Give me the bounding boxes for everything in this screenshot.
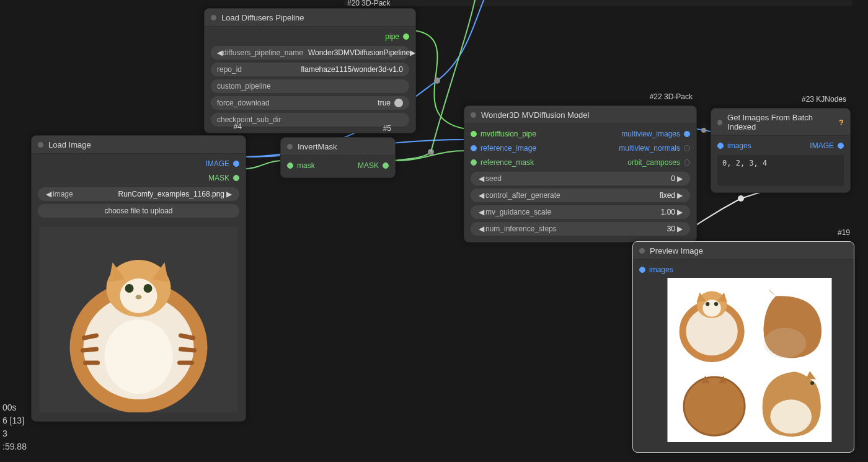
group-3dpack xyxy=(344,0,852,6)
svg-point-14 xyxy=(136,295,142,300)
socket-icon[interactable] xyxy=(684,159,690,166)
chevron-right-icon[interactable]: ▶ xyxy=(675,208,684,216)
slot-label: mask xyxy=(297,161,315,170)
widget-repo-id[interactable]: repo_id flamehaze1115/wonder3d-v1.0 xyxy=(211,63,409,76)
socket-icon[interactable] xyxy=(684,145,690,151)
socket-icon[interactable] xyxy=(639,267,645,273)
socket-icon[interactable] xyxy=(383,162,389,169)
input-mvdiffusion-pipe[interactable]: mvdiffusion_pipe xyxy=(471,128,536,140)
widget-label: force_download xyxy=(217,99,270,107)
socket-icon[interactable] xyxy=(287,162,293,169)
socket-icon[interactable] xyxy=(717,143,724,149)
output-orbit-camposes[interactable]: orbit_camposes xyxy=(619,156,690,168)
svg-line-15 xyxy=(84,335,97,338)
node-header[interactable]: Load Image xyxy=(32,136,246,154)
chevron-right-icon[interactable]: ▶ xyxy=(675,224,684,233)
widget-checkpoint-sub-dir[interactable]: checkpoint_sub_dir xyxy=(211,113,409,127)
node-header[interactable]: Get Images From Batch Indexed ? xyxy=(711,109,850,136)
widget-label: control_after_generate xyxy=(485,191,560,200)
svg-line-19 xyxy=(181,349,195,350)
collapse-dot-icon[interactable] xyxy=(639,248,645,254)
widget-value: Wonder3DMVDiffusionPipeline xyxy=(308,48,410,57)
svg-point-12 xyxy=(125,284,134,293)
node-badge: #19 xyxy=(838,228,850,237)
input-reference-image[interactable]: reference_image xyxy=(471,142,536,154)
node-preview-image[interactable]: #19 Preview Image images xyxy=(632,241,854,453)
slot-label: reference_image xyxy=(480,144,536,153)
widget-force-download[interactable]: force_download true xyxy=(211,96,409,110)
widget-label: image xyxy=(53,190,73,198)
widget-value: 0 xyxy=(507,174,675,183)
node-load-diffusers[interactable]: Load Diffusers Pipeline pipe ◀ diffusers… xyxy=(204,8,416,133)
output-mask[interactable]: MASK xyxy=(205,172,239,184)
socket-icon[interactable] xyxy=(403,33,409,40)
widget-image-file[interactable]: ◀ image RunComfy_examples_1168.png ▶ xyxy=(38,187,239,201)
widget-value: 1.00 xyxy=(556,208,675,216)
node-header[interactable]: Load Diffusers Pipeline xyxy=(205,9,415,27)
svg-point-1 xyxy=(428,149,434,155)
input-reference-mask[interactable]: reference_mask xyxy=(471,156,536,168)
node-title: Preview Image xyxy=(650,246,703,255)
preview-grid xyxy=(664,278,835,445)
node-invert-mask[interactable]: #5 InvertMask mask MASK xyxy=(280,137,396,178)
widget-indexes[interactable]: 0, 2, 3, 4 xyxy=(717,155,844,186)
output-pipe[interactable]: pipe xyxy=(385,30,409,42)
widget-label: seed xyxy=(485,174,502,183)
chevron-left-icon[interactable]: ◀ xyxy=(477,224,485,233)
svg-line-16 xyxy=(83,349,97,350)
collapse-dot-icon[interactable] xyxy=(287,144,293,149)
output-mask[interactable]: MASK xyxy=(358,159,389,171)
widget-custom-pipeline[interactable]: custom_pipeline xyxy=(211,79,409,93)
collapse-dot-icon[interactable] xyxy=(38,142,43,148)
toggle-ball-icon[interactable] xyxy=(394,99,403,107)
socket-icon[interactable] xyxy=(471,145,477,151)
socket-icon[interactable] xyxy=(233,161,239,167)
chevron-left-icon[interactable]: ◀ xyxy=(217,48,223,57)
collapse-dot-icon[interactable] xyxy=(211,15,216,20)
slot-label: images xyxy=(649,265,673,274)
input-images[interactable]: images xyxy=(717,140,751,151)
socket-icon[interactable] xyxy=(684,131,690,137)
output-multiview-normals[interactable]: multiview_normals xyxy=(619,142,690,154)
input-mask[interactable]: mask xyxy=(287,159,315,171)
node-header[interactable]: InvertMask xyxy=(281,138,395,156)
node-load-image[interactable]: #4 Load Image IMAGE MASK ◀ image RunComf… xyxy=(31,135,246,422)
node-header[interactable]: Wonder3D MVDiffusion Model xyxy=(464,106,696,124)
help-icon[interactable]: ? xyxy=(839,118,844,127)
slot-label: MASK xyxy=(358,161,379,170)
hud-line: 3 xyxy=(2,427,27,440)
widget-num-inference-steps[interactable]: ◀ num_inference_steps 30 ▶ xyxy=(471,222,690,236)
chevron-left-icon[interactable]: ◀ xyxy=(477,174,485,183)
node-wonder3d[interactable]: #22 3D-Pack Wonder3D MVDiffusion Model m… xyxy=(464,105,697,242)
collapse-dot-icon[interactable] xyxy=(471,112,476,118)
socket-icon[interactable] xyxy=(471,159,477,166)
svg-point-29 xyxy=(714,302,718,306)
output-multiview-images[interactable]: multiview_images xyxy=(619,128,690,140)
choose-file-button[interactable]: choose file to upload xyxy=(38,204,239,218)
slot-label: images xyxy=(727,141,751,150)
chevron-right-icon[interactable]: ▶ xyxy=(675,191,684,200)
output-image[interactable]: IMAGE xyxy=(205,158,239,169)
widget-label: custom_pipeline xyxy=(217,82,271,91)
chevron-right-icon[interactable]: ▶ xyxy=(410,48,415,57)
output-image[interactable]: IMAGE xyxy=(810,140,844,151)
chevron-left-icon[interactable]: ◀ xyxy=(44,190,53,198)
chevron-left-icon[interactable]: ◀ xyxy=(477,191,485,200)
node-get-images-batch[interactable]: #23 KJNodes Get Images From Batch Indexe… xyxy=(711,108,851,193)
widget-diffusers-pipeline-name[interactable]: ◀ diffusers_pipeline_name Wonder3DMVDiff… xyxy=(211,46,409,60)
svg-point-30 xyxy=(764,327,807,358)
chevron-left-icon[interactable]: ◀ xyxy=(477,208,485,216)
socket-icon[interactable] xyxy=(233,175,239,181)
chevron-right-icon[interactable]: ▶ xyxy=(675,174,684,183)
widget-control-after-generate[interactable]: ◀ control_after_generate fixed ▶ xyxy=(471,189,690,202)
widget-seed[interactable]: ◀ seed 0 ▶ xyxy=(471,172,690,185)
collapse-dot-icon[interactable] xyxy=(717,120,722,125)
socket-icon[interactable] xyxy=(471,131,477,137)
node-header[interactable]: Preview Image xyxy=(633,242,854,260)
slot-label: pipe xyxy=(385,32,399,41)
chevron-right-icon[interactable]: ▶ xyxy=(224,190,233,198)
input-images[interactable]: images xyxy=(639,264,673,275)
socket-icon[interactable] xyxy=(838,143,844,149)
widget-mv-guidance-scale[interactable]: ◀ mv_guidance_scale 1.00 ▶ xyxy=(471,205,690,219)
node-title: InvertMask xyxy=(298,142,337,151)
